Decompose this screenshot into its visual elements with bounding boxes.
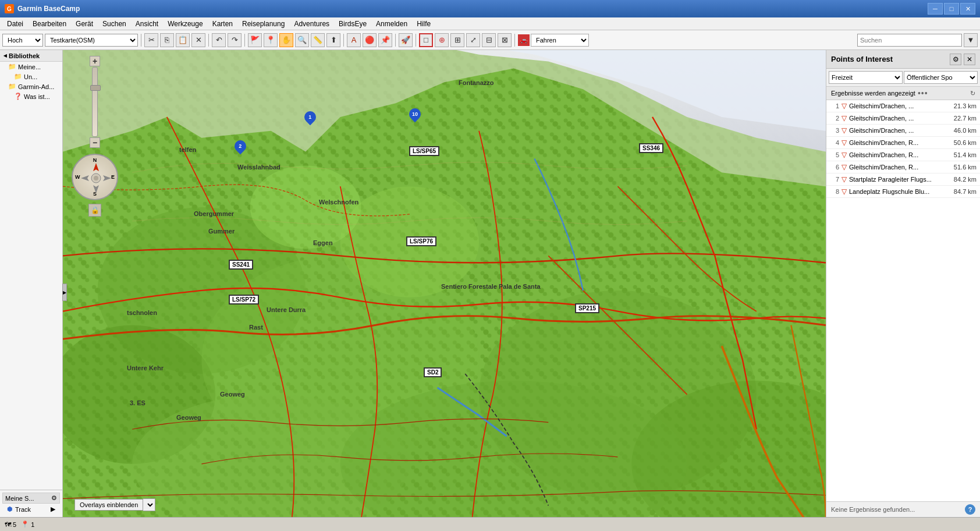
menu-item-anmelden[interactable]: Anmelden — [371, 19, 412, 29]
poi-category-select[interactable]: Freizeit Alle Essen Unterkunft Transport — [829, 71, 903, 84]
overlays-dropdown[interactable] — [143, 498, 155, 511]
menu-item-gerat[interactable]: Gerät — [71, 19, 98, 29]
track-expand[interactable]: ▶ — [51, 505, 55, 513]
pointer-tool[interactable]: ⬆ — [326, 33, 340, 47]
map-area[interactable]: FontanazzoWeisslahnbadObergummerGummerWe… — [63, 50, 826, 517]
library-label: Bibliothek — [9, 52, 40, 59]
poi-row-3[interactable]: 4 ▽ Gleitschim/Drachen, R... 50.6 km — [826, 137, 980, 149]
track-label: Track — [15, 506, 31, 513]
waypoint-button[interactable]: A — [347, 33, 361, 47]
my-section-header[interactable]: Meine S... ⚙ — [2, 493, 60, 504]
menu-item-bearbeiten[interactable]: Bearbeiten — [28, 19, 71, 29]
menu-item-hilfe[interactable]: Hilfe — [412, 19, 435, 29]
sep6 — [416, 34, 416, 47]
menu-items: DateiBearbeitenGerätSuchenAnsichtWerkzeu… — [2, 19, 435, 29]
tree-item-0[interactable]: 📁Meine... — [0, 62, 62, 72]
poi-row-4[interactable]: 5 ▽ Gleitschim/Drachen, R... 51.4 km — [826, 149, 980, 161]
mode-selector[interactable]: Hoch — [2, 34, 43, 47]
cut-button[interactable]: ✂ — [144, 33, 158, 47]
measure-tool[interactable]: 📏 — [311, 33, 325, 47]
poi-dist-5: 51.6 km — [954, 164, 977, 171]
poi-row-5[interactable]: 6 ▽ Gleitschim/Drachen, R... 51.6 km — [826, 161, 980, 174]
map-grid-button[interactable]: ⊞ — [450, 33, 464, 47]
tree-item-1[interactable]: 📁Un... — [0, 72, 62, 82]
menu-item-ansicht[interactable]: Ansicht — [131, 19, 163, 29]
poi-row-7[interactable]: 8 ▽ Landeplatz Flugschule Blu... 84.7 km — [826, 186, 980, 198]
poi-title: Points of Interest — [831, 55, 893, 63]
poi-help-button[interactable]: ? — [965, 504, 975, 515]
overlays-toggle[interactable]: Overlays einblenden — [74, 499, 143, 511]
search-input[interactable] — [857, 34, 962, 47]
copy-button[interactable]: ⎘ — [160, 33, 174, 47]
poi-row-6[interactable]: 7 ▽ Startplatz Paragleiter Flugs... 84.2… — [826, 174, 980, 186]
vehicle-selector: 🚗 Fahren Gehen Radfahren — [518, 34, 589, 47]
menu-item-datei[interactable]: Datei — [2, 19, 28, 29]
map-fullscreen-button[interactable]: ⤢ — [466, 33, 480, 47]
poi-dist-7: 84.7 km — [954, 188, 977, 195]
tree-item-2[interactable]: 📁Garmin-Ad... — [0, 82, 62, 91]
track-button[interactable]: 🔴 — [363, 33, 377, 47]
map-pin-2: 10 — [409, 108, 421, 120]
new-track-button[interactable]: 📍 — [264, 33, 278, 47]
menu-item-werkzeuge[interactable]: Werkzeuge — [163, 19, 207, 29]
poi-name-2: Gleitschim/Drachen, ... — [849, 127, 951, 134]
poi-name-6: Startplatz Paragleiter Flugs... — [849, 176, 951, 183]
track-item[interactable]: ⬢ Track ▶ — [2, 504, 60, 515]
paste-button[interactable]: 📋 — [176, 33, 190, 47]
tracks-status: 🗺 5 — [5, 521, 16, 528]
new-route-button[interactable]: 🚩 — [248, 33, 262, 47]
close-button[interactable]: ✕ — [960, 3, 975, 15]
app-icon: G — [5, 4, 14, 13]
menu-item-suchen[interactable]: Suchen — [98, 19, 131, 29]
poi-status-dots[interactable]: ••• — [918, 88, 928, 98]
compass-rose[interactable]: N S E W — [72, 154, 118, 200]
zoom-in-button[interactable]: + — [90, 56, 100, 66]
poi-dist-4: 51.4 km — [954, 151, 977, 158]
poi-subcategory-select[interactable]: Öffentlicher Spo Alle Sport Park — [904, 71, 978, 84]
maximize-button[interactable]: □ — [944, 3, 959, 15]
poi-settings-button[interactable]: ⚙ — [950, 54, 961, 65]
map-split-button[interactable]: ⊟ — [482, 33, 496, 47]
redo-button[interactable]: ↷ — [228, 33, 242, 47]
overlays-button: Overlays einblenden — [74, 498, 155, 511]
poi-row-2[interactable]: 3 ▽ Gleitschim/Drachen, ... 46.0 km — [826, 125, 980, 137]
poi-panel: Points of Interest ⚙ ✕ Freizeit Alle Ess… — [826, 50, 980, 517]
map-3d-button[interactable]: □ — [419, 33, 433, 47]
status-bar: 🗺 5 📍 1 — [0, 517, 980, 531]
delete-button[interactable]: ✕ — [191, 33, 205, 47]
route-button[interactable]: 📌 — [378, 33, 392, 47]
map-selector[interactable]: Testkarte(OSM) — [45, 34, 138, 47]
poi-num-4: 5 — [830, 151, 839, 158]
library-header[interactable]: ◂ Bibliothek — [0, 50, 62, 62]
sidebar-collapse-btn[interactable]: ▶ — [62, 284, 67, 301]
menu-item-adventures[interactable]: Adventures — [289, 19, 334, 29]
menu-item-karten[interactable]: Karten — [208, 19, 237, 29]
poi-row-1[interactable]: 2 ▽ Gleitschim/Drachen, ... 22.7 km — [826, 112, 980, 125]
vehicle-icon: 🚗 — [518, 34, 530, 46]
pan-tool[interactable]: ✋ — [279, 33, 293, 47]
poi-icon-5: ▽ — [841, 163, 847, 171]
tree-item-3[interactable]: ❓Was ist... — [0, 91, 62, 101]
poi-icon-6: ▽ — [841, 175, 847, 183]
menu-item-birdseye[interactable]: BirdsEye — [334, 19, 371, 29]
zoom-tool[interactable]: 🔍 — [295, 33, 309, 47]
poi-close-button[interactable]: ✕ — [964, 54, 975, 65]
window-controls: ─ □ ✕ — [928, 3, 975, 15]
poi-dist-2: 46.0 km — [954, 127, 977, 134]
settings-icon[interactable]: ⚙ — [51, 494, 57, 502]
search-button[interactable]: ▼ — [964, 33, 978, 47]
map-overview-button[interactable]: ⊠ — [498, 33, 512, 47]
garmin-connect-button[interactable]: 🚀 — [399, 33, 413, 47]
map-lock-button[interactable]: 🔒 — [88, 204, 101, 217]
poi-row-0[interactable]: 1 ▽ Gleitschim/Drachen, ... 21.3 km — [826, 100, 980, 112]
poi-num-5: 6 — [830, 164, 839, 171]
minimize-button[interactable]: ─ — [928, 3, 943, 15]
undo-button[interactable]: ↶ — [212, 33, 226, 47]
poi-name-1: Gleitschim/Drachen, ... — [849, 115, 951, 122]
vehicle-dropdown[interactable]: Fahren Gehen Radfahren — [531, 34, 589, 47]
menu-item-reiseplanung[interactable]: Reiseplanung — [237, 19, 289, 29]
zoom-out-button[interactable]: − — [90, 137, 100, 148]
poi-refresh-button[interactable]: ↻ — [970, 90, 975, 97]
toolbar: Hoch Testkarte(OSM) ✂ ⎘ 📋 ✕ ↶ ↷ 🚩 📍 ✋ 🔍 … — [0, 30, 980, 50]
map-layer-button[interactable]: ⊕ — [435, 33, 449, 47]
